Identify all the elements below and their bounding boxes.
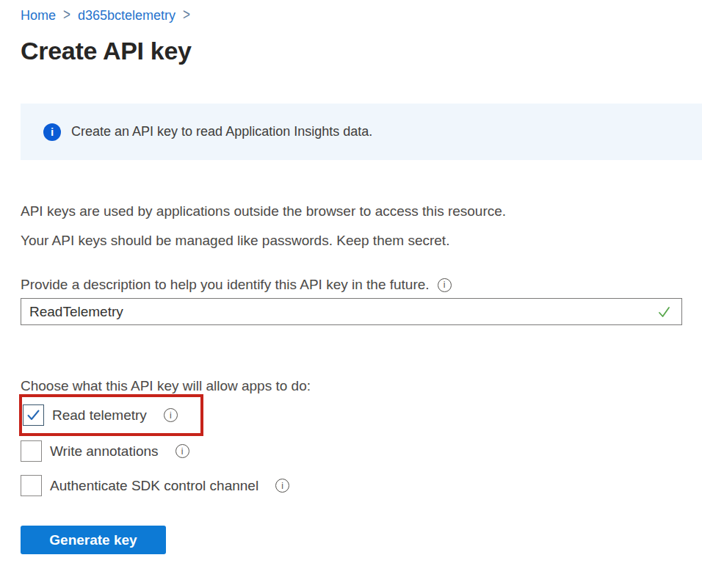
- description-field-label: Provide a description to help you identi…: [21, 277, 702, 292]
- option-read-telemetry[interactable]: Read telemetry i: [23, 404, 200, 426]
- info-icon[interactable]: i: [164, 408, 178, 422]
- breadcrumb: Home > d365bctelemetry >: [21, 0, 702, 24]
- intro-line-1: API keys are used by applications outsid…: [21, 197, 702, 226]
- info-banner-text: Create an API key to read Application In…: [71, 124, 372, 139]
- description-input[interactable]: [21, 299, 681, 324]
- create-api-key-page: Home > d365bctelemetry > Create API key …: [0, 0, 702, 588]
- chevron-right-icon: >: [183, 4, 190, 26]
- option-label: Write annotations: [50, 443, 159, 460]
- checkbox-write-annotations[interactable]: [21, 440, 42, 462]
- check-icon: [26, 407, 41, 423]
- generate-key-button[interactable]: Generate key: [21, 526, 166, 554]
- permissions-label: Choose what this API key will allow apps…: [21, 379, 702, 393]
- info-filled-icon: i: [43, 123, 61, 141]
- option-write-annotations[interactable]: Write annotations i: [20, 440, 702, 462]
- info-icon[interactable]: i: [438, 278, 452, 292]
- chevron-right-icon: >: [63, 4, 70, 26]
- option-label: Authenticate SDK control channel: [50, 478, 258, 494]
- option-authenticate-sdk[interactable]: Authenticate SDK control channel i: [20, 475, 702, 496]
- info-banner: i Create an API key to read Application …: [21, 104, 702, 160]
- highlight-box: Read telemetry i: [19, 394, 203, 436]
- description-input-container: [21, 298, 682, 325]
- valid-check-icon: [656, 305, 672, 323]
- intro-line-2: Your API keys should be managed like pas…: [21, 226, 702, 255]
- description-label-text: Provide a description to help you identi…: [21, 277, 430, 292]
- page-title: Create API key: [21, 35, 702, 67]
- checkbox-read-telemetry[interactable]: [23, 404, 44, 426]
- info-icon[interactable]: i: [176, 444, 189, 458]
- breadcrumb-resource-link[interactable]: d365bctelemetry: [78, 7, 176, 24]
- checkbox-authenticate-sdk[interactable]: [21, 475, 42, 496]
- breadcrumb-home-link[interactable]: Home: [21, 7, 56, 24]
- option-label: Read telemetry: [52, 407, 147, 424]
- intro-text: API keys are used by applications outsid…: [21, 197, 702, 255]
- info-icon[interactable]: i: [275, 479, 289, 493]
